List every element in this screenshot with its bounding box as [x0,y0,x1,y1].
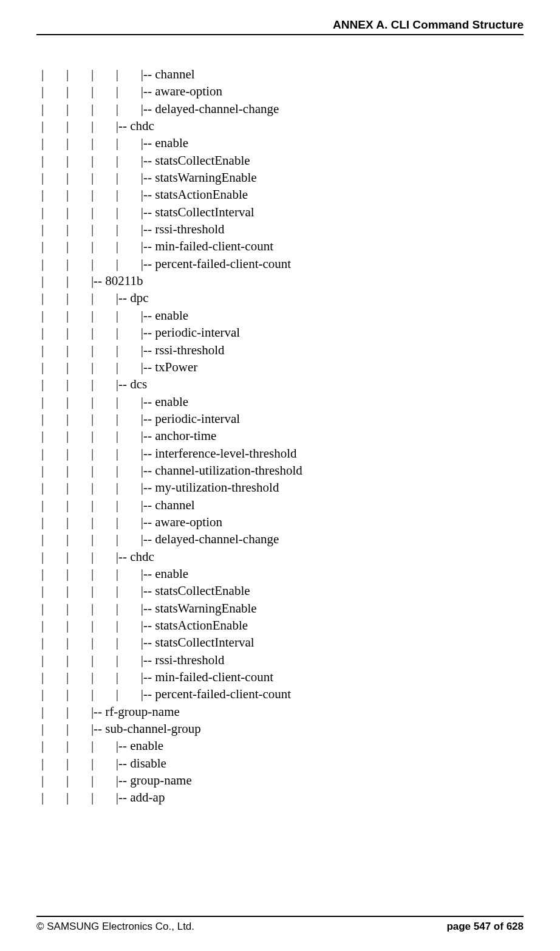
tree-line: | | | | |-- delayed-channel-change [41,100,524,117]
tree-line: | | | | |-- periodic-interval [41,410,524,427]
tree-line: | | | | |-- delayed-channel-change [41,530,524,548]
tree-line: | | | |-- disable [41,755,524,772]
tree-line: | | | | |-- channel-utilization-threshol… [41,462,524,479]
tree-line: | | | | |-- channel [41,496,524,513]
tree-line: | | | | |-- periodic-interval [41,324,524,341]
header-title: ANNEX A. CLI Command Structure [333,18,524,31]
tree-line: | | | | |-- percent-failed-client-count [41,255,524,272]
tree-line: | | | |-- group-name [41,772,524,789]
tree-line: | | | | |-- interference-level-threshold [41,445,524,462]
tree-line: | | | | |-- channel [41,66,524,83]
tree-line: | | |-- rf-group-name [41,703,524,720]
tree-line: | | | | |-- percent-failed-client-count [41,685,524,702]
tree-line: | | | | |-- statsCollectInterval [41,204,524,221]
tree-line: | | | | |-- aware-option [41,513,524,530]
tree-line: | | | | |-- statsActionEnable [41,617,524,634]
tree-line: | | | | |-- statsCollectEnable [41,152,524,169]
tree-line: | | | | |-- enable [41,307,524,324]
tree-line: | | | | |-- enable [41,565,524,582]
footer-copyright: © SAMSUNG Electronics Co., Ltd. [36,921,194,933]
tree-line: | | | | |-- rssi-threshold [41,651,524,668]
tree-line: | | | |-- dpc [41,289,524,306]
tree-line: | | | |-- chdc [41,548,524,565]
tree-line: | | | | |-- my-utilization-threshold [41,479,524,496]
tree-line: | | | | |-- statsWarningEnable [41,600,524,617]
page-header: ANNEX A. CLI Command Structure [36,18,524,34]
cli-tree: | | | | |-- channel| | | | |-- aware-opt… [41,66,524,806]
tree-line: | | | |-- dcs [41,376,524,393]
tree-line: | | | | |-- enable [41,134,524,151]
tree-line: | | | | |-- statsCollectInterval [41,634,524,651]
tree-line: | | | | |-- statsWarningEnable [41,169,524,186]
header-rule [36,34,524,35]
tree-line: | | | | |-- aware-option [41,83,524,100]
tree-line: | | | | |-- statsActionEnable [41,186,524,203]
page: ANNEX A. CLI Command Structure | | | | |… [0,0,560,951]
tree-line: | | | |-- add-ap [41,789,524,806]
page-footer: © SAMSUNG Electronics Co., Ltd. page 547… [36,916,524,933]
tree-line: | | |-- sub-channel-group [41,720,524,737]
tree-line: | | | |-- enable [41,737,524,754]
tree-line: | | | | |-- anchor-time [41,427,524,444]
tree-line: | | | | |-- statsCollectEnable [41,582,524,599]
tree-line: | | | | |-- rssi-threshold [41,342,524,359]
tree-line: | | | | |-- enable [41,393,524,410]
tree-line: | | | | |-- min-failed-client-count [41,238,524,255]
footer-rule [36,916,524,917]
tree-line: | | |-- 80211b [41,272,524,289]
tree-line: | | | |-- chdc [41,117,524,134]
tree-line: | | | | |-- rssi-threshold [41,221,524,238]
tree-line: | | | | |-- txPower [41,359,524,376]
tree-line: | | | | |-- min-failed-client-count [41,668,524,685]
footer-page-number: page 547 of 628 [446,921,524,933]
footer-row: © SAMSUNG Electronics Co., Ltd. page 547… [36,921,524,933]
